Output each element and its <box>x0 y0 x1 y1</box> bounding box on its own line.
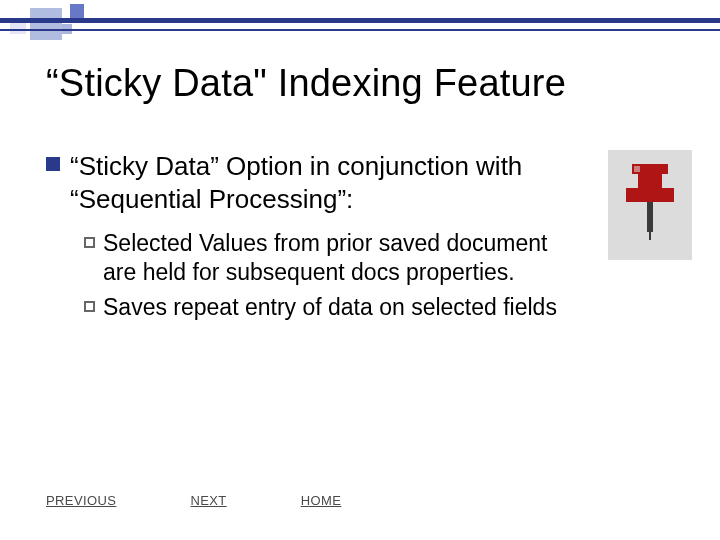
bullet-text: “Sticky Data” Option in conjunction with… <box>70 150 550 215</box>
sub-bullet-list: Selected Values from prior saved documen… <box>84 229 674 321</box>
slide-content: “Sticky Data” Option in conjunction with… <box>46 150 674 327</box>
deco-line-thick <box>0 18 720 23</box>
next-link[interactable]: NEXT <box>190 493 226 508</box>
hollow-square-bullet-icon <box>84 237 95 248</box>
previous-link[interactable]: PREVIOUS <box>46 493 116 508</box>
svg-rect-5 <box>649 232 651 240</box>
bullet-text: Saves repeat entry of data on selected f… <box>103 293 557 322</box>
svg-rect-3 <box>647 202 653 232</box>
bullet-text: Selected Values from prior saved documen… <box>103 229 573 287</box>
svg-rect-2 <box>626 188 674 202</box>
pushpin-svg <box>620 158 680 242</box>
bullet-level2: Saves repeat entry of data on selected f… <box>84 293 674 322</box>
hollow-square-bullet-icon <box>84 301 95 312</box>
header-decoration <box>0 0 720 36</box>
deco-square <box>30 8 62 40</box>
svg-rect-4 <box>634 166 640 172</box>
slide-nav: PREVIOUS NEXT HOME <box>46 493 341 508</box>
square-bullet-icon <box>46 157 60 171</box>
deco-square <box>70 4 84 18</box>
svg-rect-1 <box>638 174 662 188</box>
bullet-level1: “Sticky Data” Option in conjunction with… <box>46 150 674 215</box>
slide-title: “Sticky Data" Indexing Feature <box>46 62 566 105</box>
bullet-level2: Selected Values from prior saved documen… <box>84 229 674 287</box>
pushpin-icon <box>608 150 692 260</box>
deco-line-thin <box>0 29 720 31</box>
home-link[interactable]: HOME <box>301 493 342 508</box>
